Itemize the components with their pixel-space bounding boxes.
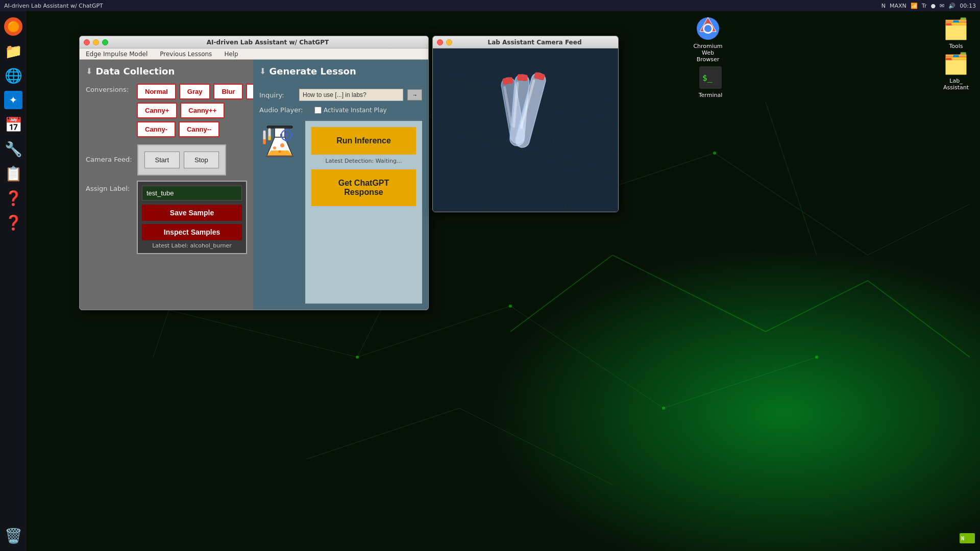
camera-feed-area: [433, 48, 618, 212]
clock: 00:13: [960, 3, 976, 9]
svg-point-33: [704, 25, 712, 32]
notes-icon: 📋: [4, 164, 22, 183]
svg-rect-51: [266, 156, 293, 157]
camera-label: Camera Feed:: [86, 156, 132, 163]
data-collection-title: Data Collection: [95, 66, 175, 77]
save-sample-btn[interactable]: Save Sample: [142, 205, 242, 221]
data-collection-icon: ⬇: [86, 66, 92, 76]
generate-lesson-icon: ⬇: [259, 66, 266, 76]
svg-point-27: [662, 407, 665, 410]
lab-folder-icon: 🗂️: [944, 51, 968, 76]
svg-point-24: [713, 152, 716, 155]
audio-row: Audio Player: Activate Instant Play: [259, 106, 422, 114]
menu-help[interactable]: Help: [222, 49, 240, 59]
svg-rect-45: [280, 134, 282, 137]
inspect-samples-btn[interactable]: Inspect Samples: [142, 224, 242, 240]
desktop-icon-lab[interactable]: 🗂️ Lab_ Assistant: [936, 51, 976, 91]
dock-item-browser[interactable]: 🌐: [2, 64, 24, 87]
canny-plus-btn[interactable]: Canny+: [137, 103, 177, 118]
canny-minusminus-btn[interactable]: Canny--: [179, 121, 219, 137]
calendar-icon: 📅: [4, 115, 22, 134]
dock-item-settings[interactable]: 🔧: [2, 138, 24, 160]
label-input-area: Save Sample Inspect Samples Latest Label…: [137, 181, 247, 254]
generate-lesson-title: Generate Lesson: [269, 66, 356, 77]
terminal-icon: $_: [698, 65, 723, 90]
lab-label-line2: Assistant: [943, 84, 969, 91]
run-inference-btn[interactable]: Run Inference: [311, 127, 416, 155]
dock-item-trash[interactable]: 🗑️: [2, 524, 24, 547]
svg-point-42: [284, 133, 289, 138]
svg-point-39: [280, 143, 284, 147]
nvidia-logo-icon: N: [960, 533, 975, 543]
files-icon: 📁: [4, 42, 22, 60]
detection-status: Latest Detection: Waiting...: [311, 158, 416, 164]
camera-close-btn[interactable]: [437, 39, 443, 45]
chromium-label: Chromium WebBrowser: [688, 43, 728, 63]
camera-controls: Start Stop: [137, 144, 226, 176]
blur-btn[interactable]: Blur: [213, 84, 243, 99]
start-camera-btn[interactable]: Start: [144, 152, 180, 168]
taskbar-app-title: AI-driven Lab Assistant w/ ChatGPT: [4, 3, 103, 9]
generate-lesson-header: ⬇ Generate Lesson: [259, 66, 422, 77]
dock-item-vscode[interactable]: ✦: [2, 89, 24, 111]
browser-icon: 🌐: [4, 66, 22, 85]
label-section: Assign Label: Save Sample Inspect Sample…: [86, 181, 247, 254]
taskbar-left: AI-driven Lab Assistant w/ ChatGPT: [4, 3, 103, 9]
inference-area: Run Inference Latest Detection: Waiting.…: [259, 121, 422, 304]
assign-label-text: Assign Label:: [86, 185, 132, 192]
desktop-icon-tools[interactable]: 🗂️ Tools: [936, 16, 976, 49]
desktop-icon-chromium[interactable]: Chromium WebBrowser: [688, 16, 728, 63]
normal-btn[interactable]: Normal: [137, 84, 176, 99]
dock-item-help2[interactable]: ❓: [2, 211, 24, 234]
latest-label-display: Latest Label: alcohol_burner: [142, 242, 242, 249]
data-collection-header: ⬇ Data Collection: [86, 66, 247, 77]
canny-minus-btn[interactable]: Canny-: [137, 121, 176, 137]
desktop: AI-driven Lab Assistant w/ ChatGPT N MAX…: [0, 0, 980, 551]
dock-item-notes[interactable]: 📋: [2, 162, 24, 185]
label-input-field[interactable]: [142, 186, 242, 201]
inference-buttons-panel: Run Inference Latest Detection: Waiting.…: [305, 121, 422, 304]
camera-min-btn[interactable]: [446, 39, 452, 45]
dock-item-calendar[interactable]: 📅: [2, 113, 24, 136]
main-app-window: AI-driven Lab Assistant w/ ChatGPT Edge …: [79, 36, 429, 310]
svg-text:$_: $_: [702, 73, 713, 83]
trash-icon: 🗑️: [4, 527, 22, 545]
dock-item-ubuntu[interactable]: 🟠: [2, 15, 24, 38]
svg-point-38: [273, 146, 276, 149]
help-icon: ❓: [4, 189, 22, 207]
dock-item-help[interactable]: ❓: [2, 187, 24, 209]
minimize-button[interactable]: [93, 39, 99, 45]
terminal-label: Terminal: [699, 92, 723, 98]
app-content: ⬇ Data Collection Conversions: Normal Gr…: [80, 60, 428, 310]
close-button[interactable]: [84, 39, 90, 45]
svg-rect-48: [263, 139, 266, 144]
instant-play-label: Activate Instant Play: [324, 107, 387, 114]
svg-point-26: [509, 305, 512, 308]
svg-rect-50: [268, 136, 271, 140]
gray-btn[interactable]: Gray: [179, 84, 211, 99]
svg-rect-37: [275, 128, 285, 137]
taskbar: AI-driven Lab Assistant w/ ChatGPT N MAX…: [0, 0, 980, 11]
inquiry-arrow-btn[interactable]: →: [407, 89, 422, 101]
svg-rect-64: [517, 74, 527, 81]
instant-play-checkbox[interactable]: [314, 107, 322, 114]
tools-folder-icon: 🗂️: [944, 16, 968, 41]
inquiry-input[interactable]: [299, 89, 403, 101]
conversions-section: Conversions: Normal Gray Blur Canny Cann…: [86, 84, 247, 140]
help2-icon: ❓: [4, 213, 22, 232]
svg-text:N: N: [961, 536, 964, 541]
desktop-icon-terminal[interactable]: $_ Terminal: [690, 65, 731, 98]
canny-plusplus-btn[interactable]: Canny++: [180, 103, 225, 118]
dock-item-files[interactable]: 📁: [2, 40, 24, 62]
nvidia-status: N: [881, 3, 886, 9]
inquiry-row: Inquiry: →: [259, 89, 422, 101]
stop-camera-btn[interactable]: Stop: [184, 152, 219, 168]
svg-rect-43: [285, 129, 288, 131]
lab-label-line1: Lab_: [949, 78, 962, 84]
settings-icon: 🔧: [4, 140, 22, 158]
menu-edge-impulse[interactable]: Edge Impulse Model: [84, 49, 150, 59]
instant-play-checkbox-container: Activate Instant Play: [314, 107, 387, 114]
maximize-button[interactable]: [102, 39, 108, 45]
menu-previous-lessons[interactable]: Previous Lessons: [158, 49, 214, 59]
chatgpt-response-btn[interactable]: Get ChatGPT Response: [311, 169, 416, 206]
